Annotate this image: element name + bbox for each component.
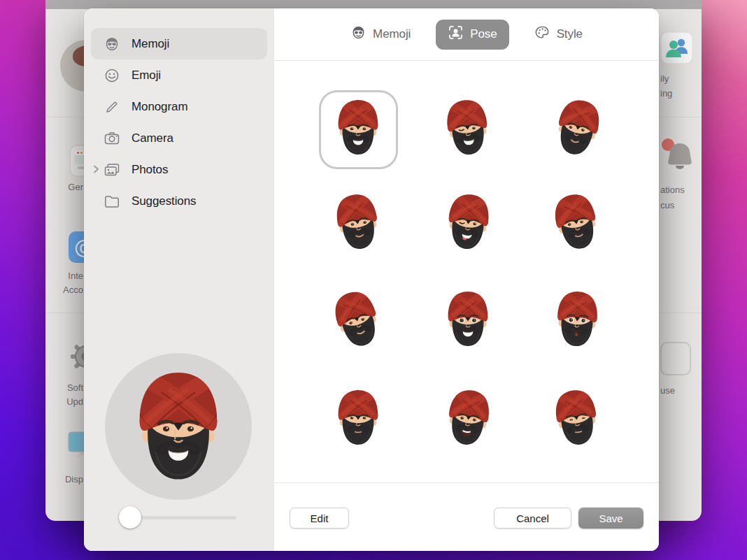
pose-viewfinder-icon (448, 24, 464, 44)
tab-label: Pose (470, 27, 497, 41)
memoji-pose-wink-smile[interactable] (429, 90, 508, 169)
memoji-pose-wink-tongue[interactable] (429, 185, 508, 264)
edit-button[interactable]: Edit (290, 508, 349, 529)
slider-thumb[interactable] (119, 506, 141, 529)
memoji-pose-tilt-right-smirk[interactable] (538, 90, 617, 169)
cancel-button[interactable]: Cancel (494, 508, 571, 529)
picker-sidebar: Memoji Emoji Monogram (84, 8, 274, 551)
displays-label: Disp (34, 473, 83, 486)
notifications-icon (660, 138, 699, 176)
memoji-pose-laugh-tilt[interactable] (429, 380, 508, 459)
sidebar-item-monogram[interactable]: Monogram (91, 91, 267, 122)
notifications-label2: cus (660, 199, 674, 212)
chevron-right-icon[interactable] (92, 164, 100, 177)
internet-accounts-label: Inte (34, 270, 83, 282)
software-update-label: Soft (34, 382, 83, 394)
sidebar-item-label: Camera (131, 131, 173, 145)
memoji-pose-look-down-left[interactable] (319, 282, 398, 361)
family-sharing-label: ily (660, 73, 669, 85)
memoji-pose-look-up[interactable] (319, 380, 398, 459)
photos-icon (104, 161, 120, 178)
tab-pose[interactable]: Pose (436, 20, 508, 50)
picker-tabbar: Memoji Pose (274, 8, 659, 60)
sidebar-item-label: Monogram (131, 100, 187, 114)
camera-icon (104, 130, 120, 147)
mouse-icon (660, 342, 691, 375)
internet-accounts-label2: Acco (34, 284, 83, 296)
tab-memoji[interactable]: Memoji (350, 24, 411, 44)
avatar-zoom-slider[interactable] (123, 516, 236, 519)
folder-icon (104, 193, 120, 210)
sidebar-item-label: Photos (131, 163, 168, 177)
memoji-pose-tilt-left-glance[interactable] (538, 185, 617, 264)
general-label: Ger (34, 181, 83, 194)
sidebar-item-photos[interactable]: Photos (91, 154, 267, 185)
pose-grid (274, 60, 659, 482)
avatar-picker-dialog: Memoji Emoji Monogram (84, 8, 659, 551)
memoji-pose-glance-right[interactable] (319, 185, 398, 264)
family-sharing-label2: ing (660, 87, 672, 100)
memoji-pose-skeptical[interactable] (538, 380, 617, 459)
sidebar-item-label: Memoji (131, 37, 169, 51)
sidebar-item-suggestions[interactable]: Suggestions (91, 185, 267, 217)
smiley-icon (104, 67, 120, 84)
memoji-face-icon (350, 24, 367, 44)
tab-style[interactable]: Style (534, 24, 583, 44)
memoji-pose-surprised[interactable] (538, 282, 617, 361)
memoji-face-icon (104, 36, 120, 52)
avatar-preview-image (125, 368, 232, 494)
sidebar-item-memoji[interactable]: Memoji (91, 28, 267, 59)
save-button[interactable]: Save (578, 508, 643, 529)
family-sharing-icon (660, 31, 693, 64)
mouse-label: use (660, 385, 675, 397)
avatar-preview (105, 353, 252, 500)
footer-divider (274, 482, 659, 483)
tab-label: Style (557, 27, 583, 41)
notifications-label: ations (660, 184, 685, 196)
sidebar-item-label: Emoji (131, 69, 161, 82)
pencil-icon (104, 99, 120, 115)
picker-content: Memoji Pose (274, 8, 659, 551)
memoji-pose-front-grin[interactable] (429, 282, 508, 361)
sidebar-item-emoji[interactable]: Emoji (91, 59, 267, 91)
tab-label: Memoji (373, 27, 411, 41)
memoji-pose-front-smile[interactable] (319, 90, 398, 169)
software-update-label2: Upd (34, 396, 83, 408)
palette-icon (534, 24, 550, 44)
sidebar-item-label: Suggestions (131, 194, 196, 208)
sidebar-item-camera[interactable]: Camera (91, 122, 267, 154)
